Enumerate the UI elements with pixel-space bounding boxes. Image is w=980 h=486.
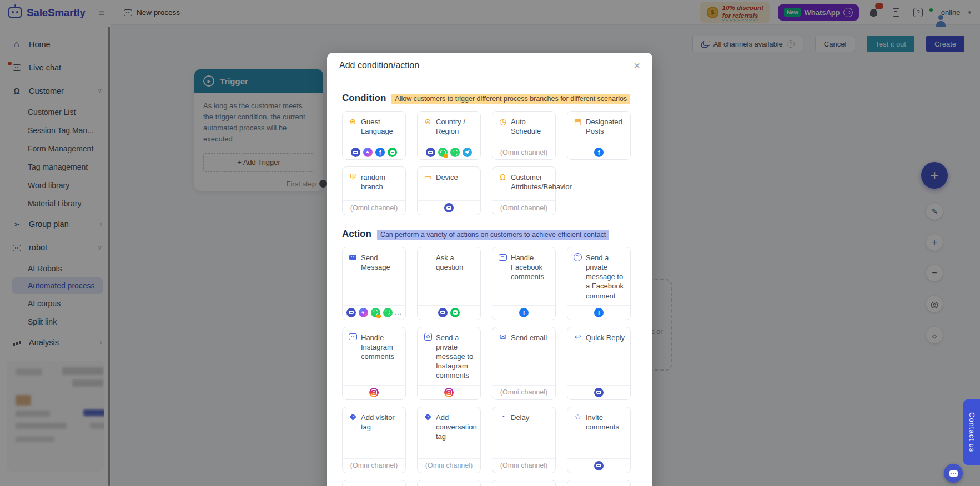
act-card[interactable]: ↩Quick Reply bbox=[567, 327, 631, 400]
act-card[interactable]: Add conversation tag(Omni channel) bbox=[417, 407, 481, 473]
card-main: ☊Turn to Unassigned Session bbox=[418, 480, 480, 486]
card-main: Ask a question bbox=[418, 247, 480, 305]
close-icon[interactable]: × bbox=[634, 60, 640, 71]
card-label: Send email bbox=[511, 333, 547, 381]
tag-icon bbox=[348, 412, 358, 422]
card-footer: (Omni channel) bbox=[492, 200, 555, 215]
card-label: Handle Instagram comments bbox=[361, 333, 401, 381]
card-main: ▭Device bbox=[418, 167, 480, 200]
whatsapp-icon bbox=[450, 148, 460, 157]
card-main: Handle Instagram comments bbox=[343, 327, 405, 385]
act-card[interactable]: Send Message... bbox=[342, 247, 406, 320]
card-main: ◷Auto Schedule bbox=[492, 112, 555, 145]
salesmartly-chat-icon bbox=[351, 148, 360, 157]
card-footer bbox=[567, 305, 630, 320]
act-card[interactable]: Ask a question bbox=[417, 247, 481, 320]
card-footer bbox=[567, 145, 630, 159]
cond-card[interactable]: ⊛Country / Region bbox=[417, 111, 481, 160]
card-main: Send a private message to Instagram comm… bbox=[418, 327, 480, 385]
card-label: Auto Schedule bbox=[511, 117, 551, 140]
salesmartly-chat-icon bbox=[346, 308, 356, 317]
card-footer bbox=[567, 385, 630, 399]
salesmartly-chat-icon bbox=[594, 388, 604, 397]
card-main: ▤Designated Posts bbox=[567, 112, 630, 145]
act-card[interactable]: End Session bbox=[567, 480, 631, 486]
card-label: Ask a question bbox=[436, 253, 476, 301]
salesmartly-chat-icon bbox=[426, 148, 435, 157]
cond-card[interactable]: Ψrandom branch(Omni channel) bbox=[342, 166, 406, 215]
omni-channel-label: (Omni channel) bbox=[500, 149, 547, 156]
cond-card[interactable]: ▭Device bbox=[417, 166, 481, 215]
omni-channel-label: (Omni channel) bbox=[350, 462, 398, 469]
act-card[interactable]: ☆Invite comments bbox=[567, 407, 631, 473]
contact-chat-bubble-button[interactable] bbox=[944, 464, 963, 483]
card-label: Delay bbox=[511, 413, 529, 454]
facebook-icon bbox=[594, 308, 604, 317]
whatsapp-icon bbox=[383, 308, 393, 317]
card-footer bbox=[418, 145, 480, 159]
modal-header: Add condition/action × bbox=[327, 53, 652, 78]
condition-section-header: Condition Allow customers to trigger dif… bbox=[342, 93, 637, 104]
facebook-icon bbox=[594, 148, 604, 157]
instagram-outline-icon bbox=[423, 332, 433, 342]
act-card[interactable]: Promotional Card bbox=[342, 480, 406, 486]
card-main: ✉Send email bbox=[492, 327, 555, 385]
chat-outline-icon bbox=[498, 252, 507, 262]
card-main: End Session bbox=[567, 480, 630, 486]
card-main: Send a private message to a Facebook com… bbox=[567, 247, 630, 305]
card-label: Send Message bbox=[361, 253, 401, 301]
add-condition-action-modal: Add condition/action × Condition Allow c… bbox=[327, 53, 652, 486]
act-card[interactable]: ☊Turn to Unassigned Session bbox=[417, 480, 481, 486]
contact-us-tab[interactable]: Contact us bbox=[963, 399, 980, 465]
card-label: Add visitor tag bbox=[361, 413, 401, 454]
whatsapp-business-icon bbox=[438, 148, 448, 157]
cond-card[interactable]: ⊕Guest Language bbox=[342, 111, 406, 160]
card-main: ◔Delay bbox=[492, 407, 555, 458]
act-card[interactable]: Send a private message to Instagram comm… bbox=[417, 327, 481, 400]
card-label: Handle Facebook comments bbox=[511, 253, 551, 301]
tag-icon bbox=[423, 412, 433, 422]
messenger-icon bbox=[359, 308, 368, 317]
card-footer: (Omni channel) bbox=[343, 200, 405, 215]
card-label: Guest Language bbox=[361, 117, 401, 140]
omni-channel-label: (Omni channel) bbox=[350, 204, 398, 212]
card-label: Send a private message to Instagram comm… bbox=[436, 333, 476, 381]
card-label: Designated Posts bbox=[586, 117, 626, 140]
omni-channel-label: (Omni channel) bbox=[500, 204, 547, 212]
cond-card[interactable]: ΩCustomer Attributes/Behavior(Omni chann… bbox=[492, 166, 556, 215]
cond-card[interactable]: ◷Auto Schedule(Omni channel) bbox=[492, 111, 556, 160]
instagram-icon bbox=[444, 388, 454, 397]
act-card[interactable]: Handle Facebook comments bbox=[492, 247, 556, 320]
act-card[interactable]: ◔Delay(Omni channel) bbox=[492, 407, 556, 473]
card-footer bbox=[418, 305, 480, 320]
monitor-icon: ▭ bbox=[423, 172, 433, 181]
act-card[interactable]: Send a private message to a Facebook com… bbox=[567, 247, 631, 320]
whatsapp-business-icon bbox=[371, 308, 380, 317]
act-card[interactable]: Add visitor tag(Omni channel) bbox=[342, 407, 406, 473]
card-footer: ... bbox=[343, 305, 405, 320]
card-footer: (Omni channel) bbox=[343, 458, 405, 473]
messenger-icon bbox=[363, 148, 373, 157]
card-main: Promotional Card bbox=[343, 480, 405, 486]
branch-fork-icon: Ψ bbox=[348, 172, 358, 181]
line-icon bbox=[388, 148, 397, 157]
line-icon bbox=[450, 308, 460, 317]
act-card[interactable]: ✉Send email(Omni channel) bbox=[492, 327, 556, 400]
card-label: Country / Region bbox=[436, 117, 476, 140]
card-label: random branch bbox=[361, 173, 401, 196]
card-label: Invite comments bbox=[586, 413, 626, 454]
cond-card[interactable]: ▤Designated Posts bbox=[567, 111, 631, 160]
earth-globe-icon: ⊛ bbox=[423, 117, 433, 126]
question-circle-icon bbox=[423, 252, 433, 262]
act-card[interactable]: Handle Instagram comments bbox=[342, 327, 406, 400]
omni-channel-label: (Omni channel) bbox=[500, 462, 547, 469]
card-main: ↩Quick Reply bbox=[567, 327, 630, 385]
card-label: Customer Attributes/Behavior bbox=[511, 173, 572, 196]
salesmartly-chat-icon bbox=[438, 308, 448, 317]
card-label: Quick Reply bbox=[586, 333, 625, 381]
card-main: Handle Facebook comments bbox=[492, 247, 555, 305]
card-main: Ψrandom branch bbox=[343, 167, 405, 200]
star-sparkle-icon: ☆ bbox=[573, 412, 582, 422]
act-card[interactable]: ☊Assigning Customer Service bbox=[492, 480, 556, 486]
action-description: Can perform a variety of actions on cust… bbox=[377, 230, 609, 240]
